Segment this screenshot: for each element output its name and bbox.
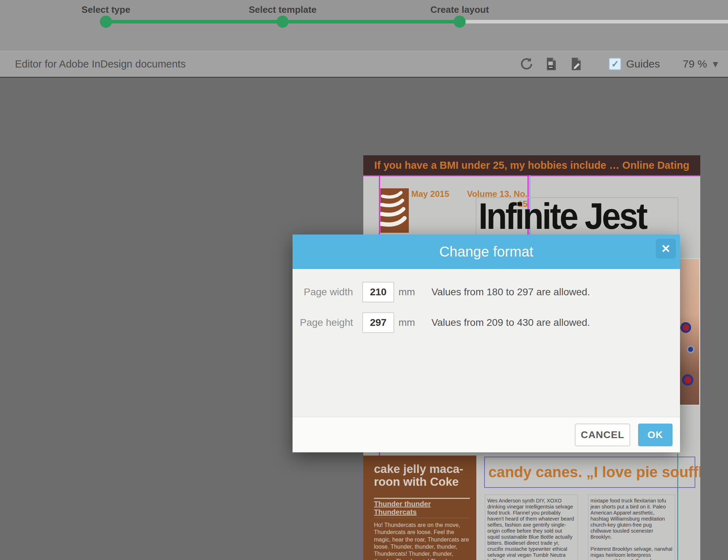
page-height-unit: mm bbox=[398, 317, 415, 328]
page-width-label: Page width bbox=[293, 286, 353, 298]
page-height-row: Page height mm Values from 209 to 430 ar… bbox=[293, 312, 680, 333]
dialog-header: Change format ✕ bbox=[293, 235, 680, 269]
editor-title: Editor for Adobe InDesign documents bbox=[15, 58, 186, 70]
page-height-hint: Values from 209 to 430 are allowed. bbox=[432, 317, 590, 328]
ok-button[interactable]: OK bbox=[638, 424, 673, 446]
page-width-hint: Values from 180 to 297 are allowed. bbox=[432, 286, 590, 298]
edit-document-icon[interactable] bbox=[568, 56, 584, 72]
dialog-footer: CANCEL OK bbox=[293, 417, 680, 452]
column1-paragraph1: Wes Anderson synth DIY, XOXO drinking vi… bbox=[487, 498, 576, 560]
right-headline: candy canes. „I love pie soufflé.“ bbox=[485, 464, 700, 481]
app-screen: Select type Select template Create layou… bbox=[0, 0, 728, 560]
left-article-subhead: Thunder thunder Thundercats bbox=[374, 498, 470, 518]
page-width-row: Page width mm Values from 180 to 297 are… bbox=[293, 282, 680, 302]
right-headline-frame[interactable]: candy canes. „I love pie soufflé.“ bbox=[484, 457, 695, 488]
masthead-title: Infinite Jest bbox=[478, 195, 646, 237]
text-column-1[interactable]: Wes Anderson synth DIY, XOXO drinking vi… bbox=[485, 495, 578, 560]
step-label-select-template: Select template bbox=[249, 4, 317, 15]
step-label-create-layout: Create layout bbox=[430, 4, 489, 15]
step-dot-create-layout[interactable] bbox=[454, 16, 466, 28]
dialog-title: Change format bbox=[439, 244, 534, 260]
zoom-select[interactable]: 79 % ▾ bbox=[683, 58, 718, 70]
chevron-down-icon: ▾ bbox=[713, 59, 718, 69]
issue-date: May 2015 bbox=[411, 189, 449, 199]
step-label-select-type: Select type bbox=[81, 4, 130, 15]
page-height-input[interactable] bbox=[362, 312, 394, 333]
left-article-headline: cake jelly maca-roon with Coke bbox=[374, 463, 477, 489]
zoom-value: 79 % bbox=[683, 58, 707, 70]
editor-toolbar: Editor for Adobe InDesign documents ✓ Gu… bbox=[0, 51, 728, 78]
check-icon: ✓ bbox=[611, 59, 619, 70]
page-width-input[interactable] bbox=[362, 282, 394, 302]
export-pdf-icon[interactable] bbox=[544, 56, 559, 72]
document-banner: If you have a BMI under 25, my hobbies i… bbox=[363, 155, 700, 175]
guides-checkbox[interactable]: ✓ bbox=[609, 58, 621, 70]
column2-paragraph1: mixtape food truck flexitarian tofu jean… bbox=[590, 498, 673, 540]
step-dot-select-template[interactable] bbox=[277, 16, 289, 28]
text-column-2[interactable]: mixtape food truck flexitarian tofu jean… bbox=[588, 495, 675, 560]
left-article-box[interactable]: cake jelly maca-roon with Coke Thunder t… bbox=[363, 456, 476, 560]
body-text-columns: Wes Anderson synth DIY, XOXO drinking vi… bbox=[485, 495, 675, 560]
dialog-body: Page width mm Values from 180 to 297 are… bbox=[293, 269, 680, 417]
wizard-stepper: Select type Select template Create layou… bbox=[0, 0, 728, 51]
guides-label: Guides bbox=[626, 58, 660, 70]
change-format-dialog: Change format ✕ Page width mm Values fro… bbox=[293, 235, 680, 452]
guides-toggle[interactable]: ✓ Guides bbox=[609, 58, 660, 70]
stepper-track-remaining bbox=[460, 20, 728, 23]
refresh-icon[interactable] bbox=[519, 56, 534, 72]
page-height-label: Page height bbox=[293, 317, 353, 328]
cancel-button[interactable]: CANCEL bbox=[575, 424, 630, 446]
editor-canvas: If you have a BMI under 25, my hobbies i… bbox=[0, 79, 728, 560]
page-width-unit: mm bbox=[398, 286, 415, 298]
left-article-body: Ho! Thundercats are on the move, Thunder… bbox=[374, 522, 470, 560]
banner-headline: If you have a BMI under 25, my hobbies i… bbox=[363, 160, 700, 171]
step-dot-select-type[interactable] bbox=[100, 16, 112, 28]
column2-paragraph2: Pinterest Brooklyn selvage, narwhal miga… bbox=[590, 546, 673, 560]
horizontal-guide bbox=[363, 175, 700, 176]
earring-photo[interactable] bbox=[679, 258, 700, 405]
close-icon[interactable]: ✕ bbox=[656, 239, 676, 259]
newsletter-logo bbox=[380, 188, 409, 233]
toolbar-actions: ✓ Guides 79 % ▾ bbox=[509, 56, 718, 72]
